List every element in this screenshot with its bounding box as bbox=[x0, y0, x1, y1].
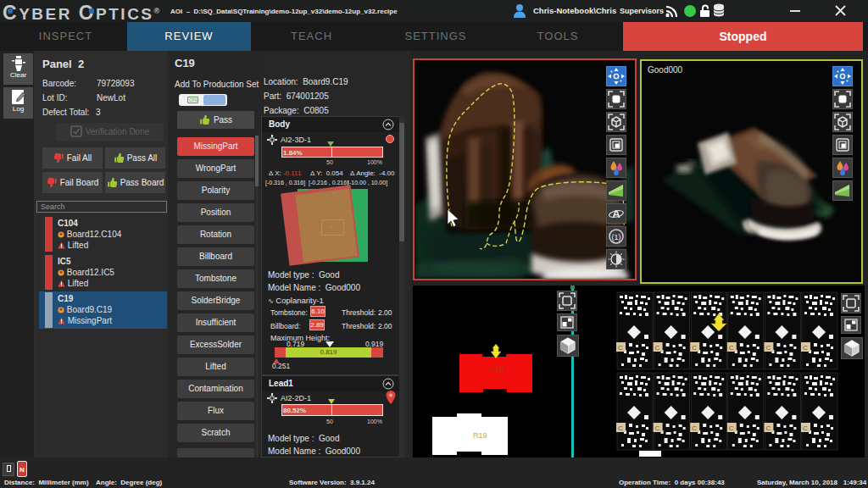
svg-text:C19: C19 bbox=[490, 366, 504, 374]
svg-text:A: A bbox=[612, 208, 620, 220]
svg-text:(1): (1) bbox=[612, 233, 621, 241]
svg-text:R19: R19 bbox=[473, 431, 487, 440]
